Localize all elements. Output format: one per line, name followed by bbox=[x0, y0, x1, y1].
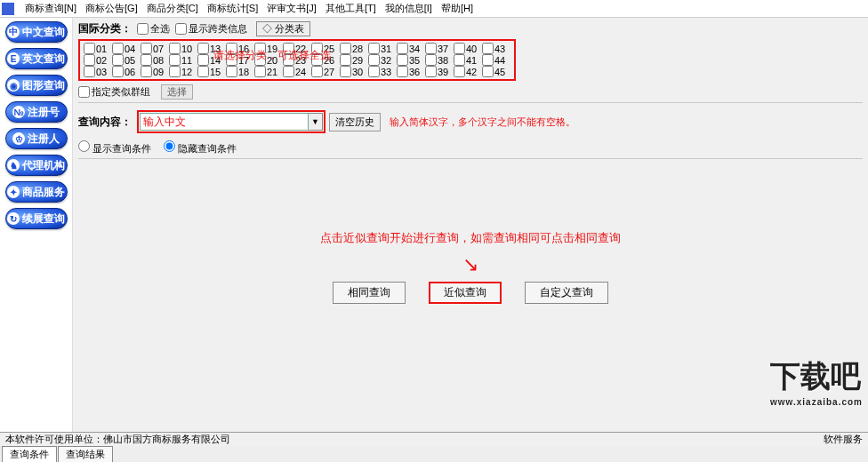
class-cell-13[interactable]: 13 bbox=[197, 43, 226, 54]
class-cell-10[interactable]: 10 bbox=[169, 43, 197, 54]
class-cell-37[interactable]: 37 bbox=[425, 43, 454, 54]
class-checkbox[interactable] bbox=[482, 66, 494, 77]
class-checkbox[interactable] bbox=[482, 54, 494, 66]
class-checkbox[interactable] bbox=[311, 54, 323, 66]
class-checkbox[interactable] bbox=[169, 43, 181, 54]
class-cell-32[interactable]: 32 bbox=[368, 54, 397, 66]
class-checkbox[interactable] bbox=[454, 54, 465, 66]
class-cell-35[interactable]: 35 bbox=[397, 54, 425, 66]
class-cell-23[interactable]: 23 bbox=[283, 54, 311, 66]
clear-history-button[interactable]: 清空历史 bbox=[329, 113, 381, 131]
menu-item[interactable]: 我的信息[I] bbox=[385, 2, 432, 15]
dropdown-arrow-icon[interactable]: ▼ bbox=[309, 113, 323, 131]
class-checkbox[interactable] bbox=[397, 43, 408, 54]
tab-results[interactable]: 查询结果 bbox=[58, 446, 113, 462]
menu-item[interactable]: 商标查询[N] bbox=[25, 2, 76, 15]
class-cell-02[interactable]: 02 bbox=[84, 54, 112, 66]
class-cell-04[interactable]: 04 bbox=[112, 43, 141, 54]
class-cell-05[interactable]: 05 bbox=[112, 54, 141, 66]
class-checkbox[interactable] bbox=[197, 66, 209, 77]
class-cell-26[interactable]: 26 bbox=[311, 54, 340, 66]
class-checkbox[interactable] bbox=[425, 43, 437, 54]
class-checkbox[interactable] bbox=[340, 66, 351, 77]
class-cell-06[interactable]: 06 bbox=[112, 66, 141, 77]
class-checkbox[interactable] bbox=[141, 43, 152, 54]
class-cell-40[interactable]: 40 bbox=[454, 43, 482, 54]
class-cell-30[interactable]: 30 bbox=[340, 66, 368, 77]
class-cell-41[interactable]: 41 bbox=[454, 54, 482, 66]
sidebar-btn-image[interactable]: ◉图形查询 bbox=[5, 75, 68, 96]
category-tree-button[interactable]: ◇ 分类表 bbox=[256, 21, 310, 36]
class-checkbox[interactable] bbox=[254, 43, 266, 54]
class-cell-19[interactable]: 19 bbox=[254, 43, 283, 54]
show-cond-radio[interactable] bbox=[78, 140, 90, 152]
group-checkbox[interactable] bbox=[78, 86, 90, 98]
class-cell-27[interactable]: 27 bbox=[311, 66, 340, 77]
class-checkbox[interactable] bbox=[226, 66, 237, 77]
class-checkbox[interactable] bbox=[112, 66, 124, 77]
class-checkbox[interactable] bbox=[311, 66, 323, 77]
class-cell-28[interactable]: 28 bbox=[340, 43, 368, 54]
class-checkbox[interactable] bbox=[368, 66, 380, 77]
class-checkbox[interactable] bbox=[283, 54, 294, 66]
class-checkbox[interactable] bbox=[425, 66, 437, 77]
class-cell-15[interactable]: 15 bbox=[197, 66, 226, 77]
class-cell-01[interactable]: 01 bbox=[84, 43, 112, 54]
class-checkbox[interactable] bbox=[368, 54, 380, 66]
hide-cond-radio-label[interactable]: 隐藏查询条件 bbox=[164, 140, 237, 155]
class-checkbox[interactable] bbox=[425, 54, 437, 66]
sidebar-btn-registrant[interactable]: ♔注册人 bbox=[5, 128, 68, 149]
class-checkbox[interactable] bbox=[454, 66, 465, 77]
sidebar-btn-renewal[interactable]: ↻续展查询 bbox=[5, 208, 68, 229]
class-checkbox[interactable] bbox=[141, 54, 152, 66]
class-checkbox[interactable] bbox=[397, 54, 408, 66]
class-cell-08[interactable]: 08 bbox=[141, 54, 169, 66]
class-checkbox[interactable] bbox=[482, 43, 494, 54]
class-checkbox[interactable] bbox=[169, 54, 181, 66]
class-cell-22[interactable]: 22 bbox=[283, 43, 311, 54]
sidebar-btn-agent[interactable]: ♞代理机构 bbox=[5, 155, 68, 176]
class-checkbox[interactable] bbox=[226, 43, 237, 54]
class-checkbox[interactable] bbox=[112, 43, 124, 54]
same-query-button[interactable]: 相同查询 bbox=[333, 282, 406, 304]
hide-cond-radio[interactable] bbox=[164, 140, 175, 152]
class-checkbox[interactable] bbox=[283, 43, 294, 54]
class-checkbox[interactable] bbox=[84, 54, 95, 66]
sidebar-btn-english[interactable]: E英文查询 bbox=[5, 48, 68, 69]
class-checkbox[interactable] bbox=[454, 43, 465, 54]
class-cell-14[interactable]: 14 bbox=[197, 54, 226, 66]
show-cond-radio-label[interactable]: 显示查询条件 bbox=[78, 140, 151, 155]
class-cell-12[interactable]: 12 bbox=[169, 66, 197, 77]
class-cell-09[interactable]: 09 bbox=[141, 66, 169, 77]
class-checkbox[interactable] bbox=[368, 43, 380, 54]
class-cell-42[interactable]: 42 bbox=[454, 66, 482, 77]
class-cell-11[interactable]: 11 bbox=[169, 54, 197, 66]
class-cell-44[interactable]: 44 bbox=[482, 54, 510, 66]
class-cell-03[interactable]: 03 bbox=[84, 66, 112, 77]
custom-query-button[interactable]: 自定义查询 bbox=[525, 282, 608, 304]
class-checkbox[interactable] bbox=[112, 54, 124, 66]
sidebar-btn-goods[interactable]: ✦商品服务 bbox=[5, 181, 68, 203]
class-cell-25[interactable]: 25 bbox=[311, 43, 340, 54]
query-input[interactable] bbox=[140, 113, 309, 131]
menu-item[interactable]: 商标公告[G] bbox=[85, 2, 138, 15]
class-checkbox[interactable] bbox=[283, 66, 294, 77]
class-cell-20[interactable]: 20 bbox=[254, 54, 283, 66]
class-cell-21[interactable]: 21 bbox=[254, 66, 283, 77]
class-checkbox[interactable] bbox=[397, 66, 408, 77]
class-cell-33[interactable]: 33 bbox=[368, 66, 397, 77]
class-checkbox[interactable] bbox=[84, 66, 95, 77]
class-cell-45[interactable]: 45 bbox=[482, 66, 510, 77]
class-checkbox[interactable] bbox=[254, 66, 266, 77]
menu-item[interactable]: 商标统计[S] bbox=[207, 2, 258, 15]
tab-conditions[interactable]: 查询条件 bbox=[2, 446, 57, 462]
cross-class-checkbox[interactable] bbox=[175, 23, 187, 35]
menu-item[interactable]: 其他工具[T] bbox=[326, 2, 376, 15]
class-cell-24[interactable]: 24 bbox=[283, 66, 311, 77]
class-checkbox[interactable] bbox=[340, 54, 351, 66]
class-cell-17[interactable]: 17 bbox=[226, 54, 254, 66]
class-cell-34[interactable]: 34 bbox=[397, 43, 425, 54]
menu-item[interactable]: 商品分类[C] bbox=[147, 2, 198, 15]
class-checkbox[interactable] bbox=[197, 43, 209, 54]
class-checkbox[interactable] bbox=[226, 54, 237, 66]
